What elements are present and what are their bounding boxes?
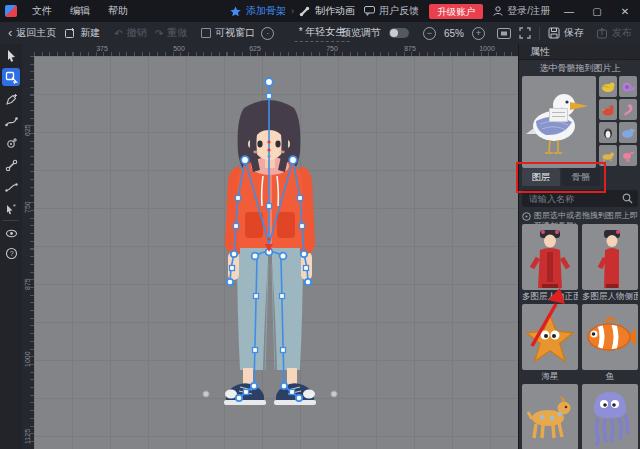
menu-help[interactable]: 帮助 bbox=[99, 0, 137, 22]
help-button[interactable]: ? bbox=[2, 244, 20, 262]
panel-title: 属性 bbox=[519, 44, 640, 60]
search-box bbox=[522, 190, 638, 207]
layer-item-jellyfish[interactable] bbox=[582, 384, 638, 449]
skeleton-end-handles[interactable] bbox=[203, 391, 338, 398]
minimize-button[interactable]: — bbox=[560, 6, 578, 17]
tab-layers[interactable]: 图层 bbox=[522, 168, 560, 186]
bone-icon bbox=[299, 6, 310, 17]
thumb-flamingo[interactable] bbox=[619, 145, 637, 166]
tip-icon bbox=[522, 212, 531, 221]
zoom-out-button[interactable]: − bbox=[423, 27, 436, 40]
add-joint-tool[interactable] bbox=[2, 134, 20, 152]
starfish-thumbnail bbox=[522, 304, 578, 370]
tool-sidebar: * ? bbox=[0, 44, 23, 449]
user-icon bbox=[493, 6, 503, 16]
layers-grid: 多图层人物正面 多图层人物侧面 bbox=[522, 224, 638, 449]
jellyfish-thumbnail bbox=[582, 384, 638, 449]
dog-thumbnail bbox=[522, 384, 578, 449]
layer-item-figure-front[interactable]: 多图层人物正面 bbox=[522, 224, 578, 302]
preview-toggle[interactable] bbox=[389, 28, 409, 38]
layer-item-figure-side[interactable]: 多图层人物侧面 bbox=[582, 224, 638, 302]
figure-side-thumbnail bbox=[582, 224, 638, 290]
svg-text:*: * bbox=[13, 203, 16, 210]
layer-item-dog[interactable] bbox=[522, 384, 578, 449]
figure-front-thumbnail bbox=[522, 224, 578, 290]
new-file-icon bbox=[64, 27, 76, 39]
menu-edit[interactable]: 编辑 bbox=[61, 0, 99, 22]
speech-bubble-icon bbox=[364, 6, 375, 16]
save-icon bbox=[548, 27, 560, 39]
layer-item-fish[interactable]: 鱼 bbox=[582, 304, 638, 382]
undo-icon: ↶ bbox=[114, 28, 122, 39]
search-input[interactable] bbox=[527, 193, 622, 205]
transform-tool[interactable] bbox=[2, 68, 20, 86]
tab-bones[interactable]: 骨骼 bbox=[562, 168, 600, 186]
redo-button[interactable]: ↷ 重做 bbox=[155, 26, 187, 40]
fit-canvas-icon[interactable] bbox=[497, 28, 511, 39]
add-point-pen-tool[interactable] bbox=[2, 90, 20, 108]
select-points-tool[interactable]: * bbox=[2, 200, 20, 218]
publish-icon bbox=[596, 27, 608, 39]
bone-tool[interactable] bbox=[2, 156, 20, 174]
character-girl[interactable] bbox=[34, 56, 518, 449]
curve-tool[interactable] bbox=[2, 178, 20, 196]
fullscreen-icon[interactable] bbox=[519, 27, 531, 39]
new-button[interactable]: 新建 bbox=[64, 26, 100, 40]
undo-button[interactable]: ↶ 撤销 bbox=[114, 26, 146, 40]
thumb-yellow-dog[interactable] bbox=[599, 145, 617, 166]
drop-hint-text: 选中骨骼拖到图片上 bbox=[519, 62, 640, 75]
checkbox-icon bbox=[201, 28, 211, 38]
menu-file[interactable]: 文件 bbox=[23, 0, 61, 22]
search-icon[interactable] bbox=[622, 193, 633, 204]
back-home-button[interactable]: ‹ 返回主页 bbox=[8, 26, 56, 40]
maximize-button[interactable]: ▢ bbox=[588, 6, 606, 17]
zoom-in-button[interactable]: + bbox=[472, 27, 485, 40]
clownfish-thumbnail bbox=[582, 304, 638, 370]
thumb-penguin[interactable] bbox=[599, 122, 617, 143]
upgrade-account-button[interactable]: 升级账户 bbox=[429, 4, 483, 19]
thumb-purple-snail[interactable] bbox=[619, 76, 637, 97]
preview-toggle-label: 预览调节 bbox=[341, 26, 381, 40]
thumb-red-rooster[interactable] bbox=[599, 99, 617, 120]
step-add-skeleton[interactable]: 添加骨架 bbox=[246, 4, 286, 18]
star-icon bbox=[230, 6, 241, 17]
zoom-level: 65% bbox=[444, 28, 464, 39]
bone-source-list bbox=[599, 76, 638, 168]
login-register-button[interactable]: 登录/注册 bbox=[493, 4, 550, 18]
info-circle-icon[interactable]: · bbox=[261, 27, 274, 40]
app-window: 文件 编辑 帮助 添加骨架 › 制作动画 用户反馈 升级账户 bbox=[0, 0, 640, 449]
svg-text:?: ? bbox=[9, 250, 13, 257]
feedback-button[interactable]: 用户反馈 bbox=[364, 4, 419, 18]
select-tool[interactable] bbox=[2, 46, 20, 64]
bone-source-preview[interactable] bbox=[522, 76, 596, 168]
app-logo-icon bbox=[5, 5, 17, 17]
chevron-left-icon: ‹ bbox=[8, 28, 12, 38]
panel-tabs: 图层 骨骼 bbox=[522, 168, 600, 186]
title-bar: 文件 编辑 帮助 添加骨架 › 制作动画 用户反馈 升级账户 bbox=[0, 0, 640, 22]
toolbar: ‹ 返回主页 新建 ↶ 撤销 ↷ 重做 可视窗口 · * 年轻女生 预览调节 − bbox=[0, 22, 640, 45]
visible-window-checkbox[interactable]: 可视窗口 bbox=[201, 26, 255, 40]
thumb-yellow-bird[interactable] bbox=[599, 76, 617, 97]
breadcrumb: 添加骨架 › 制作动画 bbox=[230, 0, 355, 22]
publish-button[interactable]: 发布 bbox=[596, 26, 632, 40]
layer-item-starfish[interactable]: 海星 bbox=[522, 304, 578, 382]
redo-icon: ↷ bbox=[155, 28, 163, 39]
visibility-eye-button[interactable] bbox=[2, 224, 20, 242]
bone-chain-tool[interactable] bbox=[2, 112, 20, 130]
close-button[interactable]: ✕ bbox=[616, 6, 634, 17]
properties-panel: 属性 选中骨骼拖到图片上 bbox=[518, 44, 640, 449]
thumb-blue-bird[interactable] bbox=[619, 122, 637, 143]
thumb-pink-seahorse[interactable] bbox=[619, 99, 637, 120]
step-make-animation[interactable]: 制作动画 bbox=[315, 4, 355, 18]
save-button[interactable]: 保存 bbox=[548, 26, 584, 40]
seagull-image bbox=[522, 76, 596, 168]
preview-tooltip bbox=[549, 108, 568, 122]
breadcrumb-chevron-icon: › bbox=[291, 6, 294, 16]
canvas-workspace[interactable] bbox=[34, 56, 518, 449]
